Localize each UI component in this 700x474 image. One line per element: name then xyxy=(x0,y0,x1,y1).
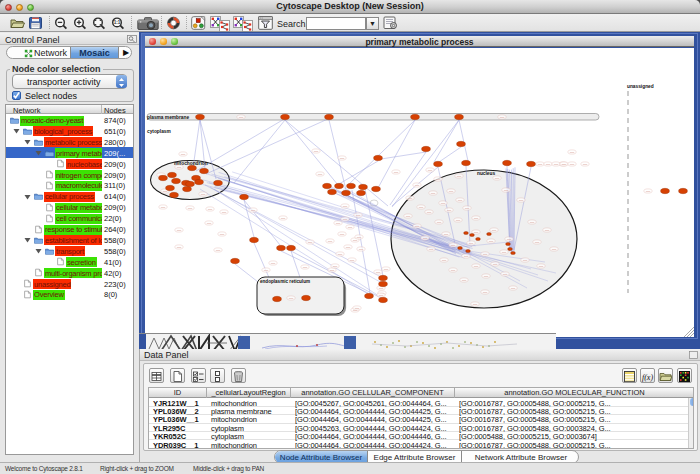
svg-text:endoplasmic reticulum: endoplasmic reticulum xyxy=(260,279,310,284)
svg-text:unassigned: unassigned xyxy=(627,84,654,89)
svg-text:f(x): f(x) xyxy=(642,373,653,382)
svg-text:1:1: 1:1 xyxy=(114,20,121,25)
svg-text:nucleus: nucleus xyxy=(477,171,495,176)
svg-text:plasma membrane: plasma membrane xyxy=(147,115,189,120)
svg-text:cytoplasm: cytoplasm xyxy=(147,129,171,134)
